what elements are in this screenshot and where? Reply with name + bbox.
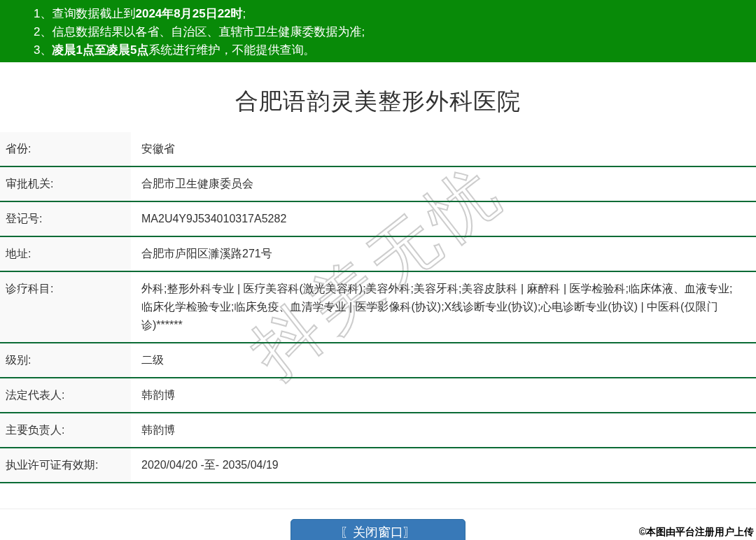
row-value: 2020/04/20 -至- 2035/04/19 — [131, 448, 756, 482]
row-value: MA2U4Y9J534010317A5282 — [131, 202, 756, 236]
row-value: 合肥市庐阳区濉溪路271号 — [131, 237, 756, 271]
notice-item-1: 1、查询数据截止到2024年8月25日22时; — [34, 5, 749, 23]
row-value: 韩韵博 — [131, 413, 756, 447]
notice-text: 查询数据截止到 — [52, 7, 135, 20]
notice-bold-text: 凌晨1点至凌晨5点 — [52, 43, 148, 57]
row-label: 执业许可证有效期: — [0, 448, 131, 482]
page-title: 合肥语韵灵美整形外科医院 — [0, 86, 756, 118]
notice-bold-text: 2024年8月25日22时 — [135, 7, 242, 20]
row-label: 级别: — [0, 343, 131, 377]
notice-marker: 1、 — [34, 7, 52, 20]
info-table: 省份: 安徽省 审批机关: 合肥市卫生健康委员会 登记号: MA2U4Y9J53… — [0, 132, 756, 483]
notice-item-2: 2、信息数据结果以各省、自治区、直辖市卫生健康委数据为准; — [34, 23, 749, 41]
divider — [0, 509, 756, 509]
notice-marker: 2、 — [34, 25, 52, 38]
row-label: 主要负责人: — [0, 413, 131, 447]
row-label: 登记号: — [0, 202, 131, 236]
table-row-province: 省份: 安徽省 — [0, 132, 756, 167]
row-value: 韩韵博 — [131, 378, 756, 412]
table-row-level: 级别: 二级 — [0, 343, 756, 378]
notice-text: 系统进行维护，不能提供查询。 — [148, 43, 315, 57]
notice-marker: 3、 — [34, 43, 52, 57]
table-row-medical-subjects: 诊疗科目: 外科;整形外科专业 | 医疗美容科(激光美容科);美容外科;美容牙科… — [0, 272, 756, 343]
notice-text: ; — [243, 7, 246, 20]
page: 1、查询数据截止到2024年8月25日22时; 2、信息数据结果以各省、自治区、… — [0, 0, 756, 540]
table-row-main-person-in-charge: 主要负责人: 韩韵博 — [0, 413, 756, 448]
notice-banner: 1、查询数据截止到2024年8月25日22时; 2、信息数据结果以各省、自治区、… — [0, 0, 756, 62]
row-label: 地址: — [0, 237, 131, 271]
table-row-legal-representative: 法定代表人: 韩韵博 — [0, 378, 756, 413]
row-value: 二级 — [131, 343, 756, 377]
table-row-registration-number: 登记号: MA2U4Y9J534010317A5282 — [0, 202, 756, 237]
row-value: 外科;整形外科专业 | 医疗美容科(激光美容科);美容外科;美容牙科;美容皮肤科… — [131, 272, 756, 342]
footer-credit: ©本图由平台注册用户上传 — [639, 526, 754, 539]
notice-item-3: 3、凌晨1点至凌晨5点系统进行维护，不能提供查询。 — [34, 41, 749, 59]
row-label: 法定代表人: — [0, 378, 131, 412]
row-label: 诊疗科目: — [0, 272, 131, 342]
notice-text: 信息数据结果以各省、自治区、直辖市卫生健康委数据为准; — [52, 25, 365, 38]
close-window-button[interactable]: 〖关闭窗口〗 — [290, 519, 465, 540]
row-value: 安徽省 — [131, 132, 756, 166]
row-value: 合肥市卫生健康委员会 — [131, 167, 756, 201]
table-row-approval-authority: 审批机关: 合肥市卫生健康委员会 — [0, 167, 756, 202]
row-label: 审批机关: — [0, 167, 131, 201]
row-label: 省份: — [0, 132, 131, 166]
table-row-license-validity: 执业许可证有效期: 2020/04/20 -至- 2035/04/19 — [0, 448, 756, 483]
table-row-address: 地址: 合肥市庐阳区濉溪路271号 — [0, 237, 756, 272]
